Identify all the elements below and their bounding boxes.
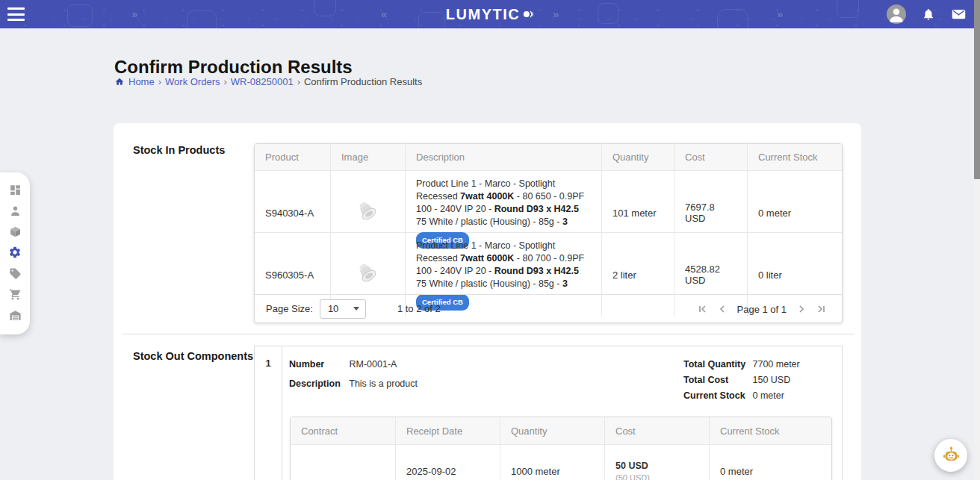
pagination-bar: Page Size: 10 1 to 2 of 2 Page 1 of 1 (255, 294, 842, 322)
tag-icon (9, 267, 22, 280)
main-content-card: Stock In Products Product Image Descript… (114, 123, 861, 480)
description-label: Description (289, 378, 347, 389)
pager-controls: Page 1 of 1 (697, 295, 828, 323)
navbar-pattern: » (131, 0, 137, 28)
last-page-icon (816, 304, 827, 314)
scrollbar-thumb[interactable] (974, 0, 980, 179)
chatbot-button[interactable] (934, 439, 967, 472)
screen: » « « » » LUMYTIC (0, 0, 980, 480)
current-stock-value: 0 meter (752, 390, 784, 401)
breadcrumb-work-order-number[interactable]: WR-08250001 (231, 76, 294, 87)
home-icon (114, 77, 125, 87)
navbar-pattern (314, 0, 336, 16)
table-row: S960305-A Product Line 1 - Marco - Spotl… (255, 232, 842, 294)
messages-button[interactable] (951, 7, 967, 21)
menu-button[interactable] (7, 6, 26, 22)
navbar-pattern: « (381, 0, 387, 28)
chevron-left-icon (717, 304, 728, 314)
stock-in-table: Product Image Description Quantity Cost … (254, 143, 843, 323)
col-cost: Cost (604, 417, 709, 444)
page-title: Confirm Production Results (114, 57, 353, 78)
icon-sidebar (0, 172, 30, 334)
sidebar-item-production[interactable] (7, 245, 22, 260)
total-cost-label: Total Cost (683, 375, 750, 385)
first-page-icon (697, 304, 707, 314)
current-stock-value: 0 meter (709, 445, 831, 480)
col-current-stock: Current Stock (747, 144, 842, 170)
breadcrumb-work-orders[interactable]: Work Orders (165, 76, 220, 87)
receipt-date-value: 2025-09-02 (395, 445, 500, 480)
component-totals: Total Quantity 7700 meter Total Cost 150… (683, 359, 800, 406)
person-icon (9, 205, 22, 217)
last-page-button[interactable] (816, 304, 827, 314)
navbar-pattern: » (777, 0, 783, 28)
stock-out-component-card: 1 Number RM-0001-A Description This is a… (254, 346, 843, 480)
page-indicator: Page 1 of 1 (737, 304, 787, 315)
col-quantity: Quantity (500, 417, 604, 444)
col-product: Product (255, 144, 330, 170)
breadcrumb: Home › Work Orders › WR-08250001 › Confi… (114, 76, 422, 87)
navbar-pattern (837, 0, 859, 18)
first-page-button[interactable] (697, 304, 707, 314)
top-navbar: » « « » » LUMYTIC (0, 0, 980, 28)
cost-alt-value: (50 USD) (615, 473, 650, 480)
cost-value: 50 USD (615, 461, 648, 471)
sidebar-item-warehouse[interactable] (7, 308, 22, 323)
chevron-right-icon (796, 304, 807, 314)
stock-out-section-title: Stock Out Components (133, 350, 253, 362)
cart-icon (9, 288, 22, 301)
description-value: This is a product (349, 378, 418, 389)
prev-page-button[interactable] (717, 304, 728, 314)
col-contract: Contract (291, 417, 395, 444)
navbar-pattern (598, 3, 618, 24)
col-image: Image (330, 144, 405, 170)
scrollbar[interactable] (974, 0, 980, 480)
navbar-pattern (418, 12, 445, 28)
robot-icon (941, 446, 961, 466)
col-receipt-date: Receipt Date (395, 417, 500, 444)
col-description: Description (405, 144, 601, 170)
navbar-pattern (67, 4, 93, 27)
dashboard-icon (9, 184, 22, 196)
navbar-pattern (187, 10, 217, 28)
next-page-button[interactable] (796, 304, 807, 314)
avatar[interactable] (887, 4, 906, 24)
sidebar-item-users[interactable] (7, 203, 22, 218)
brand-logo: LUMYTIC (446, 0, 534, 28)
component-index: 1 (255, 346, 282, 480)
section-divider (122, 334, 855, 334)
spotlight-product-image (351, 196, 385, 230)
navbar-pattern (717, 9, 748, 28)
spotlight-product-image (351, 258, 385, 292)
number-value: RM-0001-A (349, 359, 397, 370)
page-size-label: Page Size: (266, 303, 313, 314)
navbar-actions (887, 0, 967, 28)
cost-cell: 50 USD (50 USD) (604, 445, 709, 480)
receipts-table-header: Contract Receipt Date Quantity Cost Curr… (291, 417, 831, 444)
sidebar-item-products[interactable] (7, 224, 22, 239)
sidebar-item-tags[interactable] (7, 267, 22, 281)
contract-value (291, 445, 395, 480)
user-icon (887, 4, 906, 24)
sidebar-item-purchasing[interactable] (7, 287, 22, 302)
total-quantity-label: Total Quantity (683, 359, 750, 370)
page-size-value: 10 (328, 303, 338, 314)
quantity-value: 1000 meter (500, 445, 604, 480)
number-label: Number (289, 359, 347, 370)
bell-icon (922, 7, 935, 21)
breadcrumb-current: Confirm Production Results (304, 76, 422, 87)
brand-light-icon (522, 8, 534, 20)
page-size-select[interactable]: 10 (320, 299, 366, 319)
breadcrumb-home[interactable]: Home (128, 76, 155, 87)
notifications-button[interactable] (922, 7, 935, 21)
sidebar-item-dashboard[interactable] (7, 182, 22, 197)
component-fields: Number RM-0001-A Description This is a p… (289, 359, 418, 398)
col-cost: Cost (674, 144, 747, 170)
brand-text: LUMYTIC (446, 6, 520, 23)
total-cost-value: 150 USD (752, 375, 790, 385)
col-current-stock: Current Stock (709, 417, 831, 444)
pagination-range: 1 to 2 of 2 (397, 303, 441, 314)
mail-icon (951, 7, 967, 21)
package-icon (9, 225, 22, 238)
total-quantity-value: 7700 meter (752, 359, 799, 370)
